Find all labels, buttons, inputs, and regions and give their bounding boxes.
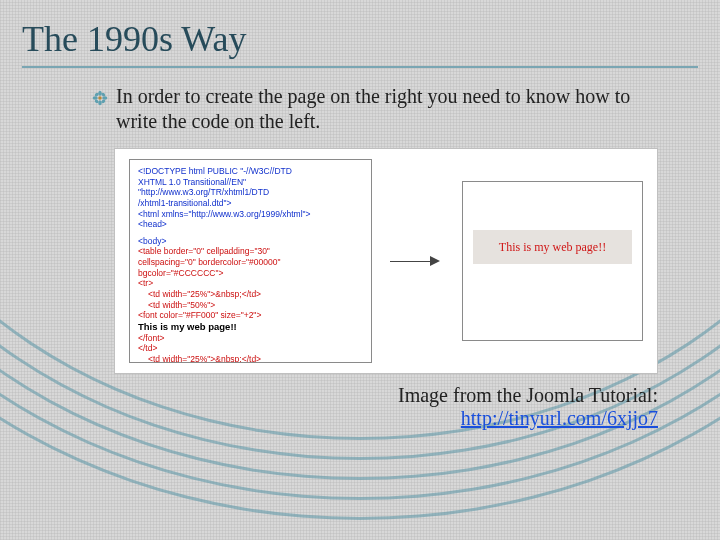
flower-bullet-icon bbox=[92, 90, 108, 106]
code-line: </td> bbox=[138, 343, 363, 354]
credit-label: Image from the Joomla Tutorial: bbox=[398, 384, 658, 406]
slide-title: The 1990s Way bbox=[22, 18, 698, 68]
illustration-figure: <!DOCTYPE html PUBLIC "-//W3C//DTD XHTML… bbox=[114, 148, 658, 374]
code-line: <body> bbox=[138, 236, 363, 247]
svg-point-3 bbox=[93, 96, 98, 100]
html-source-pane: <!DOCTYPE html PUBLIC "-//W3C//DTD XHTML… bbox=[129, 159, 372, 363]
code-line: bgcolor="#CCCCCC"> bbox=[138, 268, 363, 279]
code-line: XHTML 1.0 Transitional//EN" bbox=[138, 177, 363, 188]
svg-point-1 bbox=[98, 91, 102, 96]
code-line: <td width="50%"> bbox=[138, 300, 363, 311]
svg-point-2 bbox=[98, 100, 102, 105]
slide-content: The 1990s Way In order to create the pag… bbox=[0, 0, 720, 540]
svg-point-0 bbox=[98, 96, 102, 100]
arrow-right-icon bbox=[390, 251, 444, 271]
code-line: <tr> bbox=[138, 278, 363, 289]
code-line: This is my web page!! bbox=[138, 321, 363, 333]
code-line: <html xmlns="http://www.w3.org/1999/xhtm… bbox=[138, 209, 363, 220]
code-line: <td width="25%">&nbsp;</td> bbox=[138, 354, 363, 363]
code-line: <head> bbox=[138, 219, 363, 230]
code-line: <font color="#FF000" size="+2"> bbox=[138, 310, 363, 321]
credit-link[interactable]: http://tinyurl.com/6xjjo7 bbox=[461, 407, 658, 429]
bullet-item: In order to create the page on the right… bbox=[92, 84, 668, 134]
bullet-text: In order to create the page on the right… bbox=[116, 84, 668, 134]
code-line: <td width="25%">&nbsp;</td> bbox=[138, 289, 363, 300]
code-line: "http://www.w3.org/TR/xhtml1/DTD bbox=[138, 187, 363, 198]
code-line: /xhtml1-transitional.dtd"> bbox=[138, 198, 363, 209]
rendered-text-box: This is my web page!! bbox=[473, 230, 632, 264]
rendered-output-pane: This is my web page!! bbox=[462, 181, 643, 341]
code-line: <!DOCTYPE html PUBLIC "-//W3C//DTD bbox=[138, 166, 363, 177]
code-line: <table border="0" cellpadding="30" bbox=[138, 246, 363, 257]
rendered-page-text: This is my web page!! bbox=[499, 240, 606, 255]
code-line: </font> bbox=[138, 333, 363, 344]
image-credit: Image from the Joomla Tutorial: http://t… bbox=[22, 384, 658, 430]
code-line: cellspacing="0" bordercolor="#00000" bbox=[138, 257, 363, 268]
svg-point-4 bbox=[102, 96, 107, 100]
